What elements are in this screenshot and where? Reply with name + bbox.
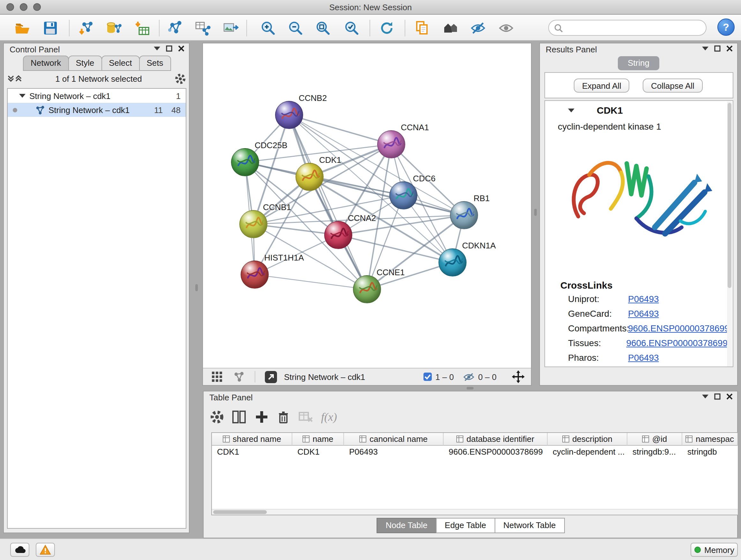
- tab-select[interactable]: Select: [101, 56, 139, 71]
- splitter-handle[interactable]: [534, 209, 537, 216]
- save-session-button[interactable]: [41, 18, 60, 38]
- tab-edge-table[interactable]: Edge Table: [436, 518, 495, 533]
- results-scrollbar-thumb[interactable]: [728, 103, 731, 288]
- maximize-panel-icon[interactable]: [714, 393, 721, 400]
- chevron-double-down-icon[interactable]: [7, 75, 15, 82]
- export-image-button[interactable]: [221, 18, 241, 38]
- apply-layout-button[interactable]: [377, 18, 396, 38]
- network-node-RB1[interactable]: [450, 201, 478, 229]
- hide-selected-button[interactable]: [468, 18, 488, 38]
- close-window-button[interactable]: [6, 3, 14, 11]
- maximize-panel-icon[interactable]: [714, 45, 721, 52]
- table-cell[interactable]: CDK1: [212, 446, 292, 458]
- column-header-shared-name[interactable]: shared name: [212, 433, 292, 446]
- network-node-CCNB2[interactable]: [275, 101, 303, 129]
- table-scrollbar-thumb[interactable]: [213, 510, 267, 514]
- table-horizontal-scrollbar[interactable]: [212, 509, 738, 515]
- new-network-button[interactable]: [166, 18, 185, 38]
- network-node-CCNB1[interactable]: [239, 210, 267, 238]
- table-cell[interactable]: cyclin-dependent ...: [548, 446, 627, 458]
- collapse-caret-icon[interactable]: [568, 108, 575, 112]
- crosslink-link[interactable]: P06493: [628, 294, 659, 304]
- table-cell[interactable]: stringdb: [682, 446, 738, 458]
- tab-sets[interactable]: Sets: [139, 56, 171, 71]
- delete-column-icon[interactable]: [276, 410, 290, 424]
- chevron-double-up-icon[interactable]: [15, 75, 22, 82]
- column-header-canonical-name[interactable]: canonical name: [344, 433, 444, 446]
- close-panel-icon[interactable]: [726, 45, 733, 52]
- network-node-CDC25B[interactable]: [231, 148, 259, 176]
- network-canvas[interactable]: CCNB2CCNA1CDC25BCDK1CDC6RB1CCNB1CCNA2CDK…: [203, 44, 531, 368]
- crosslink-link[interactable]: P06493: [628, 352, 659, 362]
- import-table-button[interactable]: [133, 18, 152, 38]
- add-column-icon[interactable]: [255, 410, 269, 424]
- network-node-CDK1[interactable]: [295, 163, 324, 191]
- network-node-CDC6[interactable]: [389, 181, 417, 209]
- table-cell[interactable]: CDK1: [292, 446, 344, 458]
- function-builder-button[interactable]: f(x): [321, 410, 337, 424]
- selected-checkbox-icon[interactable]: [423, 372, 432, 381]
- memory-button[interactable]: Memory: [690, 543, 738, 557]
- crosslink-link[interactable]: 9606.ENSP00000378699: [626, 337, 728, 348]
- import-network-database-button[interactable]: [104, 18, 123, 38]
- columns-icon[interactable]: [232, 410, 247, 424]
- column-header--id[interactable]: @id: [627, 433, 682, 446]
- collapse-caret-icon[interactable]: [19, 94, 25, 98]
- column-header-database-identifier[interactable]: database identifier: [444, 433, 548, 446]
- new-network-from-table-button[interactable]: [193, 18, 212, 38]
- warnings-button[interactable]: [36, 543, 55, 557]
- float-panel-icon[interactable]: [702, 47, 709, 51]
- copy-document-button[interactable]: [412, 18, 431, 38]
- network-node-HIST1H1A[interactable]: [241, 260, 269, 289]
- gear-icon[interactable]: [210, 410, 224, 424]
- fit-content-crosshair-icon[interactable]: [512, 370, 525, 383]
- network-node-CCNE1[interactable]: [353, 275, 381, 303]
- column-header-namespac[interactable]: namespac: [682, 433, 738, 446]
- tab-network-table[interactable]: Network Table: [494, 518, 564, 533]
- search-field[interactable]: [548, 20, 706, 36]
- network-collection-row[interactable]: String Network – cdk1 1: [8, 89, 186, 103]
- float-panel-icon[interactable]: [702, 395, 709, 398]
- table-cell[interactable]: P06493: [344, 446, 444, 458]
- detach-view-icon[interactable]: [264, 370, 278, 383]
- gene-section-header[interactable]: CDK1: [545, 105, 733, 116]
- expand-all-button[interactable]: Expand All: [574, 78, 630, 92]
- gear-icon[interactable]: [175, 73, 186, 84]
- import-network-file-button[interactable]: [77, 18, 96, 38]
- zoom-selected-button[interactable]: [342, 18, 361, 38]
- splitter-handle[interactable]: [195, 284, 198, 291]
- collapse-all-button[interactable]: Collapse All: [643, 78, 703, 92]
- tab-node-table[interactable]: Node Table: [377, 518, 436, 533]
- tab-string[interactable]: String: [617, 56, 660, 70]
- tab-style[interactable]: Style: [68, 56, 102, 71]
- table-cell[interactable]: 9606.ENSP00000378699: [444, 446, 548, 458]
- grid-view-icon[interactable]: [211, 371, 223, 382]
- tab-network[interactable]: Network: [23, 56, 69, 71]
- network-row[interactable]: String Network – cdk1 11 48: [8, 103, 186, 117]
- column-header-description[interactable]: description: [548, 433, 627, 446]
- results-scrollbar[interactable]: [727, 102, 732, 367]
- close-panel-icon[interactable]: [178, 45, 185, 52]
- home-button[interactable]: [441, 18, 460, 38]
- minimize-window-button[interactable]: [20, 3, 27, 11]
- zoom-in-button[interactable]: [259, 18, 278, 38]
- column-header-name[interactable]: name: [292, 433, 344, 446]
- crosslink-link[interactable]: 9606.ENSP00000378699: [628, 323, 730, 333]
- show-all-button[interactable]: [496, 18, 516, 38]
- cloud-button[interactable]: [10, 543, 29, 557]
- float-panel-icon[interactable]: [154, 47, 160, 51]
- maximize-panel-icon[interactable]: [166, 45, 172, 52]
- crosslink-link[interactable]: P06493: [628, 308, 659, 318]
- splitter-handle[interactable]: [467, 387, 474, 389]
- network-view-mode-icon[interactable]: [233, 371, 245, 382]
- close-panel-icon[interactable]: [726, 393, 733, 400]
- table-row[interactable]: CDK1CDK1P064939606.ENSP00000378699cyclin…: [212, 446, 738, 458]
- zoom-window-button[interactable]: [33, 3, 41, 11]
- network-node-CCNA1[interactable]: [377, 130, 405, 159]
- search-input[interactable]: [566, 23, 701, 33]
- open-session-button[interactable]: [13, 18, 32, 38]
- network-node-CDKN1A[interactable]: [439, 248, 467, 276]
- zoom-out-button[interactable]: [286, 18, 305, 38]
- network-node-CCNA2[interactable]: [324, 221, 352, 249]
- table-cell[interactable]: stringdb:9...: [627, 446, 682, 458]
